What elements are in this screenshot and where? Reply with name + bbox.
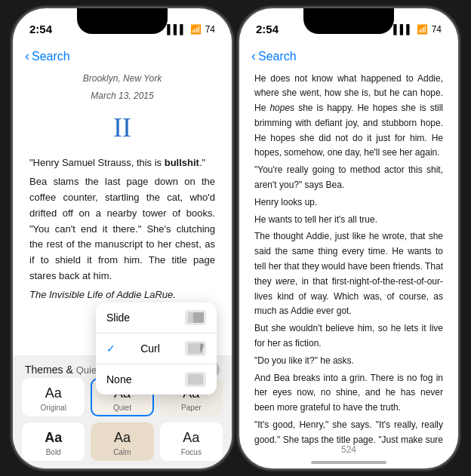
status-time-right: 2:54 bbox=[256, 23, 279, 35]
theme-focus-label: Focus bbox=[181, 448, 202, 456]
svg-rect-3 bbox=[188, 374, 203, 385]
none-icon bbox=[185, 372, 206, 387]
right-phone: 2:54 ▌▌▌ 📶 74 ‹ Search He does not know … bbox=[239, 8, 458, 468]
curl-icon bbox=[185, 341, 206, 356]
right-para-4: He wants to tell her it's all true. bbox=[254, 213, 443, 228]
theme-quiet-label: Quiet bbox=[113, 404, 131, 412]
theme-paper-label: Paper bbox=[181, 404, 202, 412]
status-time-left: 2:54 bbox=[29, 23, 52, 35]
nav-bar-left: ‹ Search bbox=[13, 41, 232, 72]
book-date: March 13, 2015 bbox=[29, 89, 215, 103]
notch-right bbox=[303, 8, 394, 34]
right-para-6: But she wouldn't believe him, so he lets… bbox=[254, 321, 443, 352]
wifi-icon-right: 📶 bbox=[417, 24, 428, 35]
right-para-5: The thought Addie, just like he wrote, t… bbox=[254, 229, 443, 319]
back-chevron-left: ‹ bbox=[25, 48, 29, 64]
book-content-right: He does not know what happened to Addie,… bbox=[239, 72, 458, 446]
back-label-right: Search bbox=[258, 50, 297, 63]
theme-focus[interactable]: Aa Focus bbox=[160, 422, 223, 461]
svg-rect-1 bbox=[193, 312, 204, 323]
book-para-3: The Invisible Life of Addie LaRue. bbox=[29, 287, 215, 302]
back-chevron-right: ‹ bbox=[251, 48, 256, 64]
theme-original-text: Aa bbox=[45, 385, 62, 401]
home-indicator-right bbox=[311, 461, 386, 464]
battery-right: 74 bbox=[432, 24, 442, 35]
book-para-1: "Henry Samuel Strauss, this is bullshit.… bbox=[29, 155, 215, 171]
transition-none[interactable]: None bbox=[96, 364, 217, 395]
theme-bold[interactable]: Aa Bold bbox=[22, 422, 85, 461]
book-chapter: II bbox=[29, 106, 215, 150]
theme-bold-label: Bold bbox=[46, 448, 61, 456]
none-label: None bbox=[106, 373, 131, 385]
right-para-3: Henry looks up. bbox=[254, 195, 443, 210]
panel-overlay: Slide ✓ Curl None bbox=[13, 302, 232, 468]
back-button-right[interactable]: ‹ Search bbox=[251, 48, 297, 64]
right-para-1: He does not know what happened to Addie,… bbox=[254, 72, 443, 161]
notch bbox=[77, 8, 168, 34]
theme-original-label: Original bbox=[40, 404, 66, 412]
theme-calm-text: Aa bbox=[114, 430, 131, 446]
transition-slide[interactable]: Slide bbox=[96, 302, 217, 333]
transition-menu: Slide ✓ Curl None bbox=[96, 302, 217, 395]
book-content-left: Brooklyn, New York March 13, 2015 II "He… bbox=[13, 72, 232, 302]
status-icons-right: ▌▌▌ 📶 74 bbox=[393, 24, 442, 35]
wifi-icon-left: 📶 bbox=[190, 24, 202, 35]
theme-focus-text: Aa bbox=[183, 430, 199, 446]
signal-icon-left: ▌▌▌ bbox=[167, 24, 186, 35]
signal-icon-right: ▌▌▌ bbox=[393, 24, 413, 35]
right-para-2: "You're really going to method actor thi… bbox=[254, 163, 443, 193]
book-para-2: Bea slams the last page down on the coff… bbox=[29, 174, 215, 284]
theme-original[interactable]: Aa Original bbox=[22, 378, 85, 416]
curl-checkmark: ✓ bbox=[106, 342, 115, 355]
right-para-7: "Do you like it?" he asks. bbox=[254, 354, 443, 369]
slide-label: Slide bbox=[106, 312, 130, 324]
theme-bold-text: Aa bbox=[45, 430, 62, 446]
nav-bar-right: ‹ Search bbox=[239, 41, 458, 72]
right-para-8: And Bea breaks into a grin. There is no … bbox=[254, 371, 443, 416]
theme-calm-label: Calm bbox=[113, 448, 131, 456]
slide-icon bbox=[185, 310, 206, 325]
left-phone: 2:54 ▌▌▌ 📶 74 ‹ Search Brooklyn, New Yor… bbox=[13, 8, 232, 468]
right-para-9: "It's good, Henry," she says. "It's real… bbox=[254, 418, 443, 445]
status-icons-left: ▌▌▌ 📶 74 bbox=[167, 24, 215, 35]
back-label-left: Search bbox=[32, 50, 70, 63]
battery-left: 74 bbox=[205, 24, 215, 35]
theme-calm[interactable]: Aa Calm bbox=[91, 422, 153, 461]
transition-curl[interactable]: ✓ Curl bbox=[96, 333, 217, 364]
page-number: 524 bbox=[239, 444, 458, 455]
back-button-left[interactable]: ‹ Search bbox=[25, 48, 70, 64]
curl-label: Curl bbox=[140, 342, 160, 355]
book-location: Brooklyn, New York bbox=[29, 72, 215, 86]
